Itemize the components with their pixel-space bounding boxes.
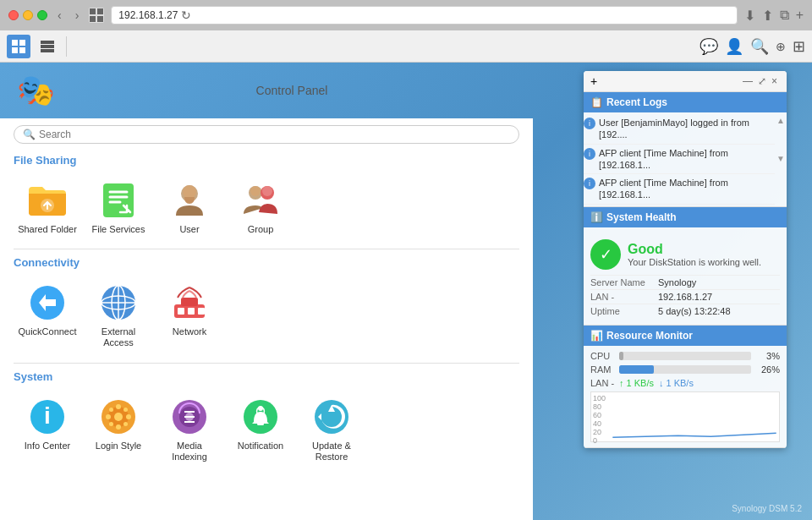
health-details: Server Name Synology LAN - 192.168.1.27 … bbox=[590, 275, 780, 318]
svg-rect-2 bbox=[90, 16, 96, 22]
svg-point-34 bbox=[114, 413, 123, 421]
divider-2 bbox=[14, 363, 519, 364]
app-login-style[interactable]: Login Style bbox=[85, 390, 152, 469]
media-indexing-icon-img bbox=[169, 397, 210, 437]
svg-point-14 bbox=[183, 185, 196, 199]
log-scrollbar[interactable]: ▲ ▼ bbox=[775, 114, 787, 165]
share-button[interactable]: ⬆ bbox=[762, 8, 773, 24]
notification-icon bbox=[240, 397, 281, 437]
dsm-logo: 🎭 bbox=[10, 69, 61, 112]
cp-body: 🔍 File Sharing bbox=[0, 118, 533, 520]
lan-row: LAN - ↑ 1 KB/s ↓ 1 KB/s bbox=[590, 378, 780, 388]
app-info-center[interactable]: i Info Center bbox=[14, 390, 81, 469]
group-icon bbox=[240, 180, 281, 221]
app-group[interactable]: Group bbox=[227, 173, 294, 242]
forward-button[interactable]: › bbox=[72, 7, 83, 24]
svg-rect-9 bbox=[41, 45, 54, 48]
resource-lan-speeds: ↑ 1 KB/s ↓ 1 KB/s bbox=[619, 378, 694, 388]
svg-rect-3 bbox=[97, 16, 103, 22]
lan-up: ↑ 1 KB/s bbox=[619, 378, 654, 388]
reload-button[interactable]: ↻ bbox=[181, 8, 191, 22]
svg-rect-4 bbox=[12, 40, 18, 46]
app-media-indexing[interactable]: Media Indexing bbox=[156, 390, 223, 469]
cpu-bar-fill bbox=[619, 352, 623, 360]
duplicate-button[interactable]: ⧉ bbox=[780, 8, 789, 23]
search-bar[interactable]: 🔍 bbox=[14, 125, 519, 144]
app-user[interactable]: User bbox=[156, 173, 223, 242]
health-message: Your DiskStation is working well. bbox=[628, 257, 761, 267]
new-tab-button[interactable]: + bbox=[796, 8, 804, 23]
app-notification[interactable]: Notification bbox=[227, 390, 294, 469]
shared-folder-icon-img bbox=[27, 180, 68, 221]
log-info-icon-0: i bbox=[584, 118, 595, 129]
svg-point-37 bbox=[106, 414, 111, 419]
health-server-row: Server Name Synology bbox=[590, 275, 780, 289]
widget-add-btn[interactable]: + bbox=[590, 74, 597, 88]
back-button[interactable]: ‹ bbox=[54, 7, 65, 24]
health-lan-row: LAN - 192.168.1.27 bbox=[590, 289, 780, 304]
widget-expand-btn[interactable]: ⤢ bbox=[755, 75, 769, 87]
app-network[interactable]: Network bbox=[156, 276, 223, 355]
list-icon bbox=[40, 39, 55, 54]
list-toolbar-icon[interactable] bbox=[36, 35, 59, 58]
svg-point-39 bbox=[109, 408, 113, 412]
svg-rect-47 bbox=[257, 423, 264, 425]
uptime-label: Uptime bbox=[590, 306, 658, 316]
traffic-lights bbox=[8, 10, 47, 20]
chart-labels: 100 80 60 40 20 0 bbox=[591, 392, 610, 441]
chart-label-100: 100 bbox=[593, 394, 608, 402]
app-external-access[interactable]: External Access bbox=[85, 276, 152, 355]
scroll-down-btn[interactable]: ▼ bbox=[776, 154, 785, 163]
app-quickconnect[interactable]: QuickConnect bbox=[14, 276, 81, 355]
chat-button[interactable]: 💬 bbox=[700, 37, 718, 56]
log-item-1: i AFP client [Time Machine] from [192.16… bbox=[584, 145, 775, 175]
system-health-icon: ℹ️ bbox=[590, 211, 603, 223]
svg-rect-28 bbox=[188, 308, 195, 315]
chart-label-0: 0 bbox=[593, 436, 608, 445]
resource-monitor-icon: 📊 bbox=[590, 330, 603, 342]
search-button[interactable]: 🔍 bbox=[750, 37, 769, 56]
tab-icon[interactable] bbox=[89, 8, 104, 23]
scroll-up-btn[interactable]: ▲ bbox=[776, 116, 785, 125]
app-shared-folder[interactable]: Shared Folder bbox=[14, 173, 81, 242]
svg-point-36 bbox=[116, 424, 121, 430]
network-label: Network bbox=[173, 326, 206, 337]
svg-rect-5 bbox=[19, 40, 25, 46]
chart-label-60: 60 bbox=[593, 411, 608, 419]
apps-toolbar-icon[interactable] bbox=[7, 35, 30, 58]
svg-rect-8 bbox=[41, 41, 54, 44]
external-access-icon bbox=[98, 282, 139, 323]
address-bar[interactable]: 192.168.1.27 ↻ bbox=[111, 6, 737, 25]
group-label: Group bbox=[248, 224, 274, 235]
download-button[interactable]: ⬇ bbox=[744, 8, 755, 24]
layout-button[interactable]: ⊞ bbox=[793, 37, 805, 56]
fullscreen-button[interactable] bbox=[37, 10, 47, 20]
browser-toolbar: 💬 👤 🔍 ⊕ ⊞ bbox=[0, 30, 812, 63]
svg-rect-10 bbox=[41, 49, 54, 52]
close-button[interactable] bbox=[8, 10, 19, 20]
log-info-icon-2: i bbox=[584, 178, 595, 189]
user-button[interactable]: 👤 bbox=[725, 37, 743, 56]
svg-point-38 bbox=[126, 414, 131, 419]
resource-monitor-section: 📊 Resource Monitor CPU 3% RAM 26% bbox=[584, 326, 787, 448]
widget-minimize-btn[interactable]: — bbox=[740, 75, 755, 87]
cpu-value: 3% bbox=[754, 351, 780, 361]
log-item-0: i User [BenjaminMayo] logged in from [19… bbox=[584, 114, 775, 145]
app-file-services[interactable]: File Services bbox=[85, 173, 152, 242]
search-input[interactable] bbox=[39, 129, 149, 140]
app-update-restore[interactable]: Update & Restore bbox=[298, 390, 365, 469]
synology-button[interactable]: ⊕ bbox=[776, 40, 786, 53]
recent-logs-header: 📋 Recent Logs bbox=[584, 92, 787, 112]
network-icon bbox=[169, 282, 210, 323]
resource-monitor-header: 📊 Resource Monitor bbox=[584, 326, 787, 346]
chart-label-40: 40 bbox=[593, 419, 608, 428]
update-restore-label: Update & Restore bbox=[301, 441, 362, 463]
svg-rect-0 bbox=[90, 8, 96, 14]
control-panel: 🎭 Control Panel 🔍 File Sharing bbox=[0, 63, 533, 520]
widget-close-btn[interactable]: × bbox=[769, 75, 780, 87]
dsm-logo-img: 🎭 bbox=[17, 73, 55, 108]
login-style-label: Login Style bbox=[96, 441, 141, 452]
ram-row: RAM 26% bbox=[590, 364, 780, 375]
svg-rect-7 bbox=[19, 47, 25, 53]
minimize-button[interactable] bbox=[23, 10, 33, 20]
